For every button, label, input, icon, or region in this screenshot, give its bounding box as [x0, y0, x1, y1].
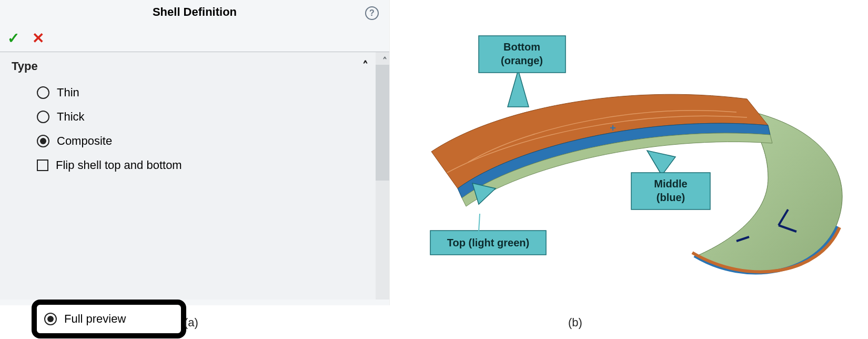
- shell-definition-panel: Shell Definition ? ✓ ✕ ˄ Type ˄ Thin: [0, 0, 390, 305]
- ok-icon[interactable]: ✓: [7, 29, 19, 47]
- help-icon[interactable]: ?: [365, 6, 379, 20]
- panel-body: ˄ Type ˄ Thin Thick Composite: [0, 52, 389, 300]
- radio-label: Thin: [57, 86, 79, 99]
- caption-b: (b): [568, 316, 582, 330]
- cancel-icon[interactable]: ✕: [32, 29, 44, 47]
- callout-text: Middle: [654, 178, 687, 190]
- checkbox-flip[interactable]: Flip shell top and bottom: [37, 153, 389, 177]
- panel-action-bar: ✓ ✕: [0, 24, 389, 52]
- callout-pointer: [647, 151, 675, 175]
- radio-label: Composite: [57, 134, 112, 148]
- callout-text: Top (light green): [447, 237, 529, 248]
- radio-icon: [37, 135, 49, 147]
- scrollbar-thumb[interactable]: [376, 65, 389, 181]
- shell-preview-illustration: Bottom (orange) Middle (blue) Top (light…: [400, 4, 863, 304]
- section-header-type[interactable]: Type ˄: [0, 52, 389, 78]
- caption-a: (a): [184, 316, 198, 330]
- radio-thin[interactable]: Thin: [37, 81, 389, 105]
- graphics-viewer[interactable]: Bottom (orange) Middle (blue) Top (light…: [400, 4, 863, 304]
- scrollbar[interactable]: ˄: [376, 52, 389, 300]
- chevron-up-icon[interactable]: ˄: [362, 59, 368, 73]
- callout-text: Bottom: [503, 41, 540, 53]
- radio-composite[interactable]: Composite: [37, 129, 389, 153]
- section-label: Type: [12, 59, 38, 73]
- callout-text: (orange): [501, 55, 543, 66]
- callout-connector: [479, 214, 480, 232]
- type-options: Thin Thick Composite Flip shell top and …: [0, 78, 389, 177]
- checkbox-label: Flip shell top and bottom: [56, 158, 182, 172]
- radio-icon: [37, 86, 49, 99]
- radio-label: Full preview: [64, 312, 126, 326]
- radio-label: Thick: [57, 110, 85, 124]
- radio-thick[interactable]: Thick: [37, 105, 389, 129]
- callout-pointer: [508, 70, 529, 107]
- panel-titlebar: Shell Definition ?: [0, 0, 389, 24]
- radio-full-preview[interactable]: Full preview: [32, 300, 186, 338]
- checkbox-icon: [37, 159, 48, 171]
- radio-icon: [37, 111, 49, 123]
- panel-title: Shell Definition: [153, 5, 237, 19]
- radio-icon: [44, 313, 57, 325]
- callout-text: (blue): [657, 192, 685, 203]
